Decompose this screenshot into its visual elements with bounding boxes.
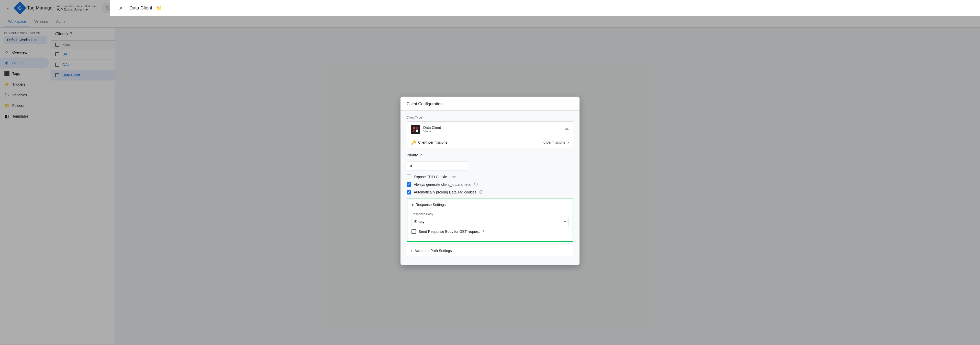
permissions-label: Client permissions [418, 140, 541, 144]
client-type-sub: Stape [423, 130, 562, 133]
edit-client-type-button[interactable]: ✏ [565, 127, 569, 132]
response-body-label: Response Body [412, 212, 568, 216]
send-response-checkbox[interactable] [412, 229, 416, 234]
config-body: Client Type [401, 111, 579, 265]
svg-rect-0 [413, 127, 415, 129]
client-type-info: Data Client Stape [423, 125, 562, 133]
always-generate-checkbox[interactable] [407, 182, 411, 187]
always-generate-row: Always generate client_id parameter ⓘ [407, 182, 573, 187]
always-generate-help-icon[interactable]: ⓘ [474, 182, 478, 187]
response-body-field: Response Body Empty Full Custom ▾ [412, 212, 568, 226]
config-panel-title: Client Configuration [407, 102, 443, 106]
accepted-path-chevron-icon: › [411, 248, 412, 253]
auto-prolong-label: Automatically prolong Data Tag cookies [414, 190, 476, 194]
client-type-logo [411, 125, 420, 134]
response-settings-chevron-icon: ▾ [412, 203, 414, 207]
priority-label: Priority [407, 153, 418, 157]
response-settings-body: Response Body Empty Full Custom ▾ [407, 210, 573, 241]
auto-prolong-help-icon[interactable]: ⓘ [479, 190, 483, 195]
auto-prolong-checkbox[interactable] [407, 190, 411, 195]
response-settings-title: Response Settings [415, 203, 446, 207]
response-settings-section: ▾ Response Settings Response Body Empty … [407, 199, 573, 242]
svg-rect-2 [413, 130, 415, 132]
expose-fpid-checkbox[interactable] [407, 174, 411, 179]
accepted-path-section[interactable]: › Accepted Path Settings [407, 245, 573, 257]
client-type-row: Data Client Stape ✏ [407, 122, 573, 137]
send-response-help-icon[interactable]: ? [482, 229, 484, 234]
send-response-label: Send Response Body for GET request [418, 229, 480, 234]
response-settings-header[interactable]: ▾ Response Settings [407, 199, 573, 210]
accepted-path-title: Accepted Path Settings [415, 248, 452, 253]
priority-help-icon[interactable]: ? [420, 153, 422, 157]
expose-fpid-label: Expose FPID Cookie [414, 175, 447, 179]
config-panel-header: Client Configuration [401, 97, 579, 111]
client-type-label: Client Type [407, 116, 573, 119]
send-response-row: Send Response Body for GET request ? [412, 229, 568, 234]
priority-input[interactable] [407, 161, 468, 171]
permissions-row[interactable]: 🔑 Client permissions 6 permissions › [407, 137, 573, 148]
svg-rect-3 [416, 130, 418, 132]
expose-fpid-row: Expose FPID Cookie true [407, 174, 573, 179]
permissions-count: 6 permissions [543, 140, 565, 144]
response-body-select[interactable]: Empty Full Custom [412, 217, 568, 226]
content-area: Clients ? Name UA GA4 Data Clie [51, 28, 980, 344]
expose-fpid-help-icon[interactable]: true [450, 175, 456, 179]
client-type-card: Data Client Stape ✏ 🔑 Client permissions… [407, 121, 573, 148]
response-body-select-wrapper: Empty Full Custom ▾ [412, 217, 568, 226]
main-layout: CURRENT WORKSPACE Default Workspace › ○ … [0, 28, 980, 344]
always-generate-label: Always generate client_id parameter [414, 182, 472, 187]
auto-prolong-row: Automatically prolong Data Tag cookies ⓘ [407, 190, 573, 195]
svg-rect-1 [416, 127, 418, 129]
permissions-chevron-icon: › [568, 140, 569, 145]
modal-overlay: ✕ Data Client 📁 Client Configuration Cli… [51, 28, 980, 344]
priority-row: Priority ? [407, 153, 573, 157]
client-type-name: Data Client [423, 125, 562, 130]
key-icon: 🔑 [411, 140, 416, 145]
config-panel: Client Configuration Client Type [401, 97, 579, 265]
